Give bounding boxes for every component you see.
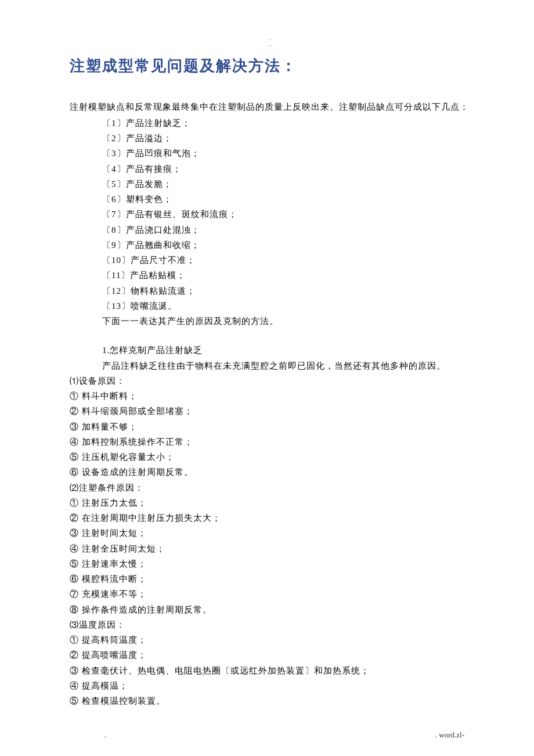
- list-item: 〔3〕产品凹痕和气泡；: [102, 146, 470, 161]
- intro-paragraph: 注射模塑缺点和反常现象最终集中在注塑制品的质量上反映出来。注塑制品缺点可分成以下…: [70, 99, 470, 114]
- list-item: ③ 注射时间太短；: [70, 525, 470, 541]
- list-item: ② 提高喷嘴温度；: [70, 647, 470, 663]
- list-item: 〔1〕产品注射缺乏；: [102, 116, 470, 131]
- list-item: 〔7〕产品有银丝、斑纹和流痕；: [102, 207, 470, 222]
- defect-list: 〔1〕产品注射缺乏； 〔2〕产品溢边； 〔3〕产品凹痕和气泡； 〔4〕产品有接痕…: [70, 116, 470, 314]
- list-item: 〔5〕产品发脆；: [102, 177, 470, 192]
- list-item: ② 料斗缩颈局部或全部堵塞；: [70, 404, 470, 419]
- list-item: ⑧ 操作条件造成的注射周期反常。: [70, 602, 470, 617]
- list-item: ④ 加料控制系统操作不正常；: [70, 434, 470, 449]
- cause-group-label: ⑶温度原因：: [70, 617, 470, 632]
- footer-left: .: [104, 730, 106, 740]
- list-item: ① 提高料筒温度；: [70, 632, 470, 647]
- list-item: ① 料斗中断料；: [70, 388, 470, 404]
- list-item: ⑦ 充模速率不等；: [70, 586, 470, 602]
- list-item: ③ 检查毫伏计、热电偶、电阻电热圈〔或远红外加热装置〕和加热系统；: [70, 663, 470, 678]
- section-heading: 1.怎样克制产品注射缺乏: [102, 343, 470, 358]
- list-item: ⑤ 注压机塑化容量太小；: [70, 449, 470, 465]
- cause-group-label: ⑴设备原因：: [70, 373, 470, 388]
- list-item: 〔11〕产品粘贴模；: [102, 268, 470, 283]
- list-item: ④ 提高模温；: [70, 678, 470, 693]
- list-item: ⑤ 检查模温控制装置。: [70, 693, 470, 708]
- list-item: ① 注射压力太低；: [70, 495, 470, 510]
- cause-group-label: ⑵注塑条件原因：: [70, 480, 470, 495]
- list-item: ③ 加料量不够；: [70, 419, 470, 434]
- page-title: 注塑成型常见问题及解决方法：: [70, 56, 470, 76]
- list-item: 〔10〕产品尺寸不准；: [102, 253, 470, 268]
- list-item: ⑥ 模腔料流中断；: [70, 571, 470, 586]
- list-item: 〔12〕物料粘贴流道；: [102, 283, 470, 298]
- list-item: ② 在注射周期中注射压力损失太大；: [70, 510, 470, 525]
- list-item: 〔6〕塑料变色；: [102, 192, 470, 207]
- page-footer: . . word.zl-: [70, 730, 470, 740]
- transition-text: 下面一一表达其产生的原因及克制的方法。: [102, 314, 470, 329]
- list-item: ⑥ 设备造成的注射周期反常。: [70, 465, 470, 480]
- list-item: ⑤ 注射速率太慢；: [70, 556, 470, 571]
- list-item: 〔9〕产品翘曲和收缩；: [102, 237, 470, 253]
- section-description: 产品注料缺乏往往由于物料在未充满型腔之前即已固化，当然还有其他多种的原因。: [70, 358, 470, 373]
- list-item: ④ 注射全压时间太短；: [70, 541, 470, 556]
- list-item: 〔8〕产品浇口处混浊；: [102, 222, 470, 237]
- list-item: 〔4〕产品有接痕；: [102, 161, 470, 177]
- list-item: 〔13〕喷嘴流涎。: [102, 298, 470, 314]
- footer-right: . word.zl-: [435, 730, 464, 740]
- header-mark: .. ..: [70, 35, 470, 48]
- list-item: 〔2〕产品溢边；: [102, 131, 470, 146]
